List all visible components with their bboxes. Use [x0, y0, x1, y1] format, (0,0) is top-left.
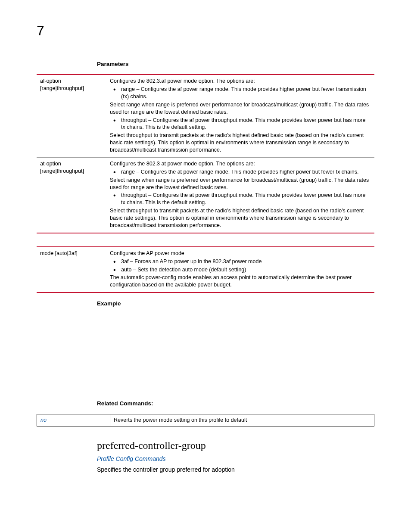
chapter-number: 7: [37, 22, 44, 40]
table-row: af-option [range|throughput] Configures …: [37, 75, 374, 158]
param-name: af-option [range|throughput]: [37, 78, 110, 154]
parameters-table-1: af-option [range|throughput] Configures …: [37, 74, 374, 233]
param-name: at-option [range|throughput]: [37, 160, 110, 229]
param-description: Configures the 802.3.af power mode optio…: [110, 78, 374, 154]
page-content: Parameters af-option [range|throughput] …: [97, 22, 374, 474]
parameters-heading: Parameters: [97, 60, 374, 68]
table-row: at-option [range|throughput] Configures …: [37, 158, 374, 233]
related-command-desc: Reverts the power mode setting on this p…: [110, 414, 374, 426]
related-commands-heading: Related Commands:: [97, 400, 374, 408]
command-title: preferred-controller-group: [97, 439, 374, 452]
related-commands-table: no Reverts the power mode setting on thi…: [37, 414, 374, 426]
profile-config-commands-link[interactable]: Profile Config Commands: [97, 455, 374, 463]
param-description: Configures the AP power mode 3af – Force…: [110, 250, 374, 289]
example-heading: Example: [97, 300, 374, 308]
table-row: mode [auto|3af] Configures the AP power …: [37, 247, 374, 292]
example-block: [97, 314, 374, 400]
param-description: Configures the 802.3 at power mode optio…: [110, 160, 374, 229]
related-command-link[interactable]: no: [37, 414, 110, 426]
parameters-table-2: mode [auto|3af] Configures the AP power …: [37, 246, 374, 293]
command-description: Specifies the controller group preferred…: [97, 466, 374, 474]
param-name: mode [auto|3af]: [37, 250, 110, 289]
